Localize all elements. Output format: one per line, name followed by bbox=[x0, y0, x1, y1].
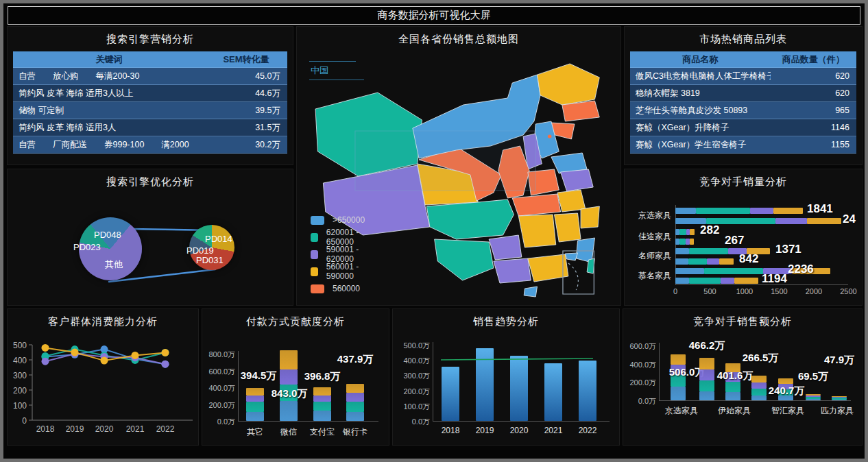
legend-swatch bbox=[311, 250, 318, 259]
value-label: 266.5万 bbox=[730, 352, 791, 365]
table-row: 自营 厂商配送 券999-100 满200030.2万 bbox=[13, 136, 287, 154]
map-region[interactable] bbox=[489, 235, 522, 260]
table-row: 自营 放心购 每满200-3045.0万 bbox=[13, 68, 287, 85]
x-axis-label: 2019 bbox=[62, 424, 87, 434]
axis-tick-label: 200.0万 bbox=[204, 400, 235, 411]
table-row: 芝华仕头等舱真皮沙发 50893965 bbox=[630, 102, 856, 119]
map-region[interactable] bbox=[494, 258, 531, 283]
map-region[interactable] bbox=[435, 239, 494, 280]
map-region[interactable] bbox=[518, 215, 555, 247]
legend-label: >650000 bbox=[333, 215, 365, 225]
dashboard-title-bar: 商务数据分析可视化大屏 bbox=[8, 6, 860, 25]
x-axis-label: 匹力家具 bbox=[813, 405, 861, 417]
table-row: 赛鲸（XGear）学生宿舍椅子1155 bbox=[630, 136, 856, 154]
competitor-volume-chart: 京选家具佳途家具名师家具慕名家具184124282267137184222361… bbox=[625, 169, 862, 305]
map-region[interactable] bbox=[554, 213, 581, 242]
bar-segment bbox=[832, 396, 847, 398]
table-header-row: 商品名称商品数量（件） bbox=[630, 51, 856, 68]
sem-table: 关键词SEM转化量自营 放心购 每满200-3045.0万简约风 皮革 海绵 适… bbox=[13, 51, 287, 154]
panel-sem: 搜索引擎营销分析 关键词SEM转化量自营 放心购 每满200-3045.0万简约… bbox=[7, 26, 293, 165]
payment-contribution-chart: 0.0万200.0万400.0万600.0万800.0万394.5万843.0万… bbox=[202, 309, 389, 445]
panel-title-map: 全国各省份销售总额地图 bbox=[297, 27, 620, 46]
map-region[interactable] bbox=[524, 287, 537, 297]
axis-tick-label: 800.0万 bbox=[204, 350, 235, 360]
row-value: 44.6万 bbox=[205, 88, 287, 99]
legend-item[interactable]: 620001 - 650000 bbox=[311, 230, 360, 244]
table-row: 储物 可定制39.5万 bbox=[13, 102, 287, 119]
map-region[interactable] bbox=[538, 64, 600, 105]
column-header: 商品数量（件） bbox=[771, 53, 856, 66]
bar-segment bbox=[671, 354, 686, 365]
row-key: 傲风C3电竞椅电脑椅人体工学椅椅子 bbox=[630, 71, 771, 82]
axis-tick-label: 2500 bbox=[838, 287, 860, 295]
row-value: 30.2万 bbox=[205, 139, 287, 151]
data-point bbox=[42, 344, 49, 352]
table-row: 简约风 皮革 海绵 适用3人31.5万 bbox=[13, 119, 287, 136]
map-region[interactable] bbox=[561, 169, 594, 191]
axis-tick-label: 300 bbox=[8, 371, 27, 380]
legend-item[interactable]: >650000 bbox=[311, 213, 365, 227]
x-axis-label: 2021 bbox=[123, 424, 147, 434]
value-label: 843.0万 bbox=[258, 387, 320, 400]
y-axis-line bbox=[238, 351, 239, 421]
legend-item[interactable]: 560001 - 590000 bbox=[311, 265, 360, 278]
legend-item[interactable]: 560000 bbox=[311, 282, 360, 295]
row-key: 自营 放心购 每满200-30 bbox=[13, 71, 205, 82]
value-label: 437.9万 bbox=[324, 353, 386, 366]
map-region[interactable] bbox=[426, 199, 514, 239]
bar-segment bbox=[707, 258, 719, 265]
bar-segment bbox=[689, 248, 728, 254]
value-label: 267 bbox=[725, 234, 744, 247]
bar-segment bbox=[806, 399, 821, 400]
table-row: 稳纳衣帽架 3819620 bbox=[630, 85, 856, 102]
value-label: 24 bbox=[843, 212, 856, 226]
category-label: 京选家具 bbox=[625, 210, 671, 221]
bar-segment bbox=[346, 402, 364, 411]
legend-label: 620001 - 650000 bbox=[326, 228, 360, 247]
bar-segment bbox=[689, 278, 720, 284]
bar-segment bbox=[699, 358, 714, 369]
bar-segment bbox=[675, 239, 679, 245]
map-region[interactable] bbox=[528, 254, 568, 282]
x-axis-label: 京选家具 bbox=[658, 405, 706, 417]
pie-slice-label: PD019 bbox=[186, 245, 214, 256]
bar-segment bbox=[246, 402, 264, 412]
panel-map: 全国各省份销售总额地图 中国 bbox=[296, 26, 621, 306]
row-key: 芝华仕头等舱真皮沙发 50893 bbox=[630, 105, 771, 117]
bar-segment bbox=[346, 393, 364, 402]
bar-segment bbox=[675, 278, 689, 284]
bar-segment bbox=[773, 208, 803, 214]
map-region[interactable] bbox=[557, 190, 586, 212]
axis-tick-label: 0.0万 bbox=[625, 396, 656, 406]
legend-swatch bbox=[311, 284, 324, 293]
axis-tick-label: 1000 bbox=[734, 287, 756, 295]
row-key: 储物 可定制 bbox=[13, 105, 205, 117]
axis-tick-label: 100 bbox=[8, 401, 27, 411]
bar-segment bbox=[688, 258, 707, 265]
value-label: 282 bbox=[700, 223, 719, 237]
legend-item[interactable]: 590001 - 620000 bbox=[311, 247, 360, 261]
row-value: 1146 bbox=[771, 123, 856, 132]
table-row: 赛鲸（XGear）升降椅子1146 bbox=[630, 119, 856, 136]
bar-segment bbox=[699, 391, 714, 400]
bar-segment bbox=[806, 397, 821, 399]
data-point bbox=[42, 358, 49, 365]
map-region[interactable] bbox=[512, 194, 560, 216]
page-title: 商务数据分析可视化大屏 bbox=[378, 9, 491, 22]
axis-tick-label: 400.0万 bbox=[625, 360, 656, 370]
row-key: 简约风 皮革 海绵 适用3人以上 bbox=[13, 88, 205, 99]
pie-connector-lines bbox=[8, 169, 293, 306]
axis-tick-label: 500 bbox=[699, 287, 721, 295]
row-key: 自营 厂商配送 券999-100 满2000 bbox=[13, 139, 205, 151]
bar-segment bbox=[346, 384, 364, 393]
category-label: 名师家具 bbox=[625, 250, 671, 262]
bar-segment bbox=[750, 208, 774, 214]
axis-tick-label: 0.0万 bbox=[204, 417, 235, 427]
bar-segment bbox=[719, 258, 734, 265]
value-label: 69.5万 bbox=[782, 370, 844, 383]
table-header-row: 关键词SEM转化量 bbox=[13, 51, 287, 68]
map-region[interactable] bbox=[581, 206, 599, 228]
competitor-amount-chart: 0.0万200.0万400.0万600.0万506.0万466.2万401.6万… bbox=[623, 309, 862, 445]
panel-title-sem: 搜索引擎营销分析 bbox=[8, 27, 293, 46]
category-label: 慕名家具 bbox=[625, 270, 671, 282]
